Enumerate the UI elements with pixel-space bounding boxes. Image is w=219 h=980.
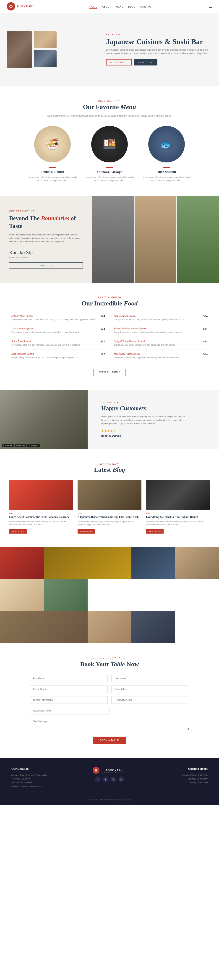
blog-desc-1: Lorem ipsum dolor sit amet, consectetur …	[9, 520, 73, 527]
food-item-2-info: Tuna Sashimi Special Tuna sashimi served…	[11, 327, 98, 334]
form-field-date	[111, 696, 189, 704]
food-item-5-desc: Crispy tempura battered vegetables with …	[114, 318, 201, 321]
hamburger-icon[interactable]: ☰	[208, 4, 212, 9]
form-row-1	[30, 675, 189, 682]
blog-read-more-3[interactable]: READ MORE	[146, 529, 163, 534]
menu-image-2: 🍱	[91, 126, 128, 162]
food-item-6: Prawn Tonkotsu Ramen Special Spicy & com…	[114, 324, 208, 337]
food-item-7-info: Spicy Chicken Ramen Special Signature sp…	[114, 340, 201, 347]
book-table-button[interactable]: BOOK A TABLE	[106, 59, 132, 65]
testimonial-stars: ★★★★☆	[101, 429, 205, 433]
address-line-1: 4 Sunset Road Blvd, Noto Stunning Bar	[11, 773, 71, 777]
book-submit-button[interactable]: BOOK A TABLE	[93, 737, 126, 744]
food-menu-label: Tasty & Fresh	[11, 296, 208, 299]
svg-point-1	[95, 769, 97, 772]
form-field-phone	[30, 686, 108, 693]
menu-image-1: 🍜	[34, 126, 71, 162]
story-label: Our Restaurant	[9, 210, 83, 212]
persons-input[interactable]	[30, 696, 108, 704]
footer-location-col: Our Location 4 Sunset Road Blvd, Noto St…	[11, 767, 71, 788]
blog-title-3: Everything You Need to Know About Ramen	[146, 515, 210, 519]
story-sig-title: Founder of Shokusei	[9, 256, 83, 259]
food-item-8-name: Maec Soba Yasai Special	[114, 352, 201, 356]
logo-icon	[7, 2, 15, 11]
food-item-4-price: $12	[101, 352, 105, 356]
blog-card-3: 2024 Everything You Need to Know About R…	[146, 480, 210, 534]
view-detail-button[interactable]: VIEW DETAIL	[134, 59, 157, 65]
testimonial-section: ● Sushi Chef ● Fresh Fish ● Dining Area …	[0, 390, 219, 449]
testimonial-title: Happy Customers	[101, 405, 205, 412]
form-field-lastname	[111, 675, 189, 682]
food-menu-grid: Salmon Aburi Special Torchon sous vide r…	[11, 312, 208, 362]
food-item-6-name: Prawn Tonkotsu Ramen Special	[114, 327, 201, 330]
food-item-3: Spicy Tuna Special Fresh sliced tuna wit…	[11, 337, 105, 350]
email-input[interactable]	[111, 686, 189, 693]
hero-description: Lorem ipsum dolor sit amet, consectetur …	[106, 48, 212, 56]
food-item-5-name: Yasi Tempura Special	[114, 314, 201, 318]
hero-section: SHOKUSEI Japanese Cuisines & Sushi Bar L…	[0, 13, 219, 86]
hero-main-image	[7, 31, 32, 68]
testimonial-author: Beatrice Demme	[101, 434, 205, 437]
blog-date-3: 2024	[146, 512, 210, 514]
view-all-wrap: VIEW ALL MENU	[11, 369, 208, 376]
blog-read-more-1[interactable]: READ MORE	[9, 529, 27, 534]
story-content: Our Restaurant Beyond The Boundaries of …	[0, 196, 92, 283]
nav-home[interactable]: Home	[89, 5, 97, 9]
blog-image-1	[9, 480, 73, 510]
view-all-button[interactable]: VIEW ALL MENU	[94, 369, 125, 376]
story-image-1	[92, 196, 134, 283]
food-item-4-name: King Crab Roll Special	[11, 352, 98, 356]
message-textarea[interactable]	[30, 718, 189, 730]
menu-section-title: Our Favorite Menu	[9, 103, 210, 111]
story-images	[92, 196, 219, 283]
footer-location-title: Our Location	[11, 767, 71, 771]
footer-middle-col: SHOKUSEI JAPANESE CUISINE f t in yt	[80, 767, 139, 788]
food-item-3-desc: Fresh sliced tuna with spicy chili sauce…	[11, 344, 98, 347]
booking-section: Reserve Your Table Book Your Table Now	[0, 643, 219, 758]
story-about-button[interactable]: ABOUT US	[9, 262, 83, 269]
food-item-8-price: $24	[203, 352, 208, 356]
food-item-3-name: Spicy Tuna Special	[11, 340, 98, 343]
gallery-item-8	[87, 611, 132, 643]
hero-brand: SHOKUSEI	[106, 33, 212, 36]
social-twitter[interactable]: t	[103, 776, 108, 782]
form-field-persons	[30, 696, 108, 704]
nav-contact[interactable]: Contact	[140, 5, 153, 8]
footer-logo-icon	[93, 767, 100, 774]
phone-input[interactable]	[30, 686, 108, 693]
footer-hours-col: Opening Hours Monday-Friday 10:00-22:00 …	[148, 767, 208, 788]
time-input[interactable]	[30, 707, 110, 714]
story-image-2	[135, 196, 176, 283]
footer-hours-title: Opening Hours	[148, 767, 208, 771]
blog-section-label: What's New	[9, 463, 210, 465]
hero-images	[7, 31, 99, 68]
social-linkedin[interactable]: in	[111, 776, 116, 782]
hero-buttons: BOOK A TABLE VIEW DETAIL	[106, 59, 212, 65]
form-field-message	[30, 718, 189, 731]
food-item-4-desc: Premium king crab with avocado cucumber …	[11, 356, 98, 359]
date-input[interactable]	[111, 696, 189, 704]
footer-address: 4 Sunset Road Blvd, Noto Stunning Bar +7…	[11, 773, 71, 788]
badge-1: ● Sushi Chef	[2, 444, 14, 447]
last-name-input[interactable]	[111, 675, 189, 682]
food-item-6-info: Prawn Tonkotsu Ramen Special Spicy & com…	[114, 327, 201, 334]
logo[interactable]: SHOKUSEI	[7, 2, 34, 11]
nav-blog[interactable]: Blog	[128, 5, 136, 8]
nav-about[interactable]: About	[102, 5, 111, 8]
menu-section-label: Chef Choices	[9, 100, 210, 102]
nav-menu[interactable]: Menu	[116, 5, 124, 8]
menu-card-1: 🍜 Tonkotsu Ramen Lorem ipsum dolor sit a…	[27, 126, 78, 182]
food-item-2-price: $22	[101, 327, 105, 331]
food-col-left: Salmon Aburi Special Torchon sous vide r…	[11, 312, 105, 362]
story-section: Our Restaurant Beyond The Boundaries of …	[0, 196, 219, 283]
blog-read-more-2[interactable]: READ MORE	[78, 529, 95, 534]
social-youtube[interactable]: yt	[118, 776, 124, 782]
first-name-input[interactable]	[30, 675, 108, 682]
testimonial-content: Testimonial Happy Customers Lorem ipsum …	[87, 390, 219, 449]
blog-desc-3: Lorem ipsum dolor sit amet, consectetur …	[146, 520, 210, 527]
social-facebook[interactable]: f	[95, 776, 101, 782]
food-menu-title: Our Incredible Food	[11, 300, 208, 307]
menu-card-title-2: Okinawa Package	[84, 170, 135, 174]
accent-line-3	[163, 167, 170, 168]
accent-line-2	[106, 167, 113, 168]
